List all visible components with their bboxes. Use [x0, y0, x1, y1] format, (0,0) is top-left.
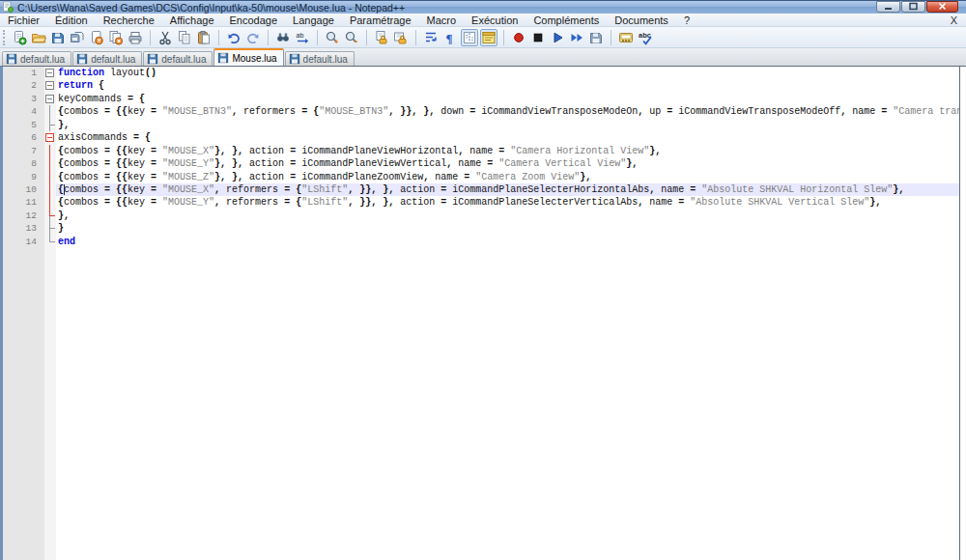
code-text[interactable]: {combos = {{key = "MOUSE_Z"}, }, action …: [56, 171, 959, 183]
code-text[interactable]: keyCommands = {: [56, 93, 959, 105]
copy-icon[interactable]: [176, 29, 193, 46]
zoom-in-icon[interactable]: [324, 29, 341, 46]
tab-default-lua-1[interactable]: default.lua: [72, 51, 142, 66]
user-define-dialog-icon[interactable]: [480, 29, 497, 46]
toolbar-separator: [268, 30, 269, 45]
doc-monitor-icon[interactable]: [617, 29, 635, 46]
menu-close-x[interactable]: X: [942, 14, 966, 26]
zoom-out-icon[interactable]: [343, 29, 360, 46]
code-line-10[interactable]: 10{combos = {{key = "MOUSE_X", reformers…: [3, 183, 959, 196]
code-text[interactable]: {combos = {{key = "MOUSE_Y", reformers =…: [56, 196, 959, 209]
editor-surface[interactable]: 1function layout()2return {3keyCommands …: [0, 66, 966, 560]
minimize-button[interactable]: [876, 1, 900, 13]
maximize-button[interactable]: [901, 1, 925, 13]
code-line-6[interactable]: 6axisCommands = {: [3, 131, 959, 144]
code-text[interactable]: },: [56, 119, 959, 131]
code-text[interactable]: },: [56, 210, 959, 222]
tab-default-lua-0[interactable]: default.lua: [2, 51, 71, 66]
menu-edition[interactable]: Édition: [47, 14, 96, 26]
undo-icon[interactable]: [225, 29, 242, 46]
print-icon[interactable]: [127, 29, 144, 46]
code-line-4[interactable]: 4{combos = {{key = "MOUSE_BTN3", reforme…: [3, 105, 959, 118]
menu-items: FichierÉditionRechercheAffichageEncodage…: [0, 14, 697, 26]
code-line-11[interactable]: 11{combos = {{key = "MOUSE_Y", reformers…: [3, 196, 959, 209]
fold-collapse-marker[interactable]: [44, 67, 56, 79]
line-number: 12: [3, 210, 44, 222]
saved-file-icon: [76, 53, 88, 65]
code-line-5[interactable]: 5},: [3, 119, 959, 131]
menu-bar: FichierÉditionRechercheAffichageEncodage…: [0, 14, 966, 27]
open-file-icon[interactable]: [30, 29, 47, 46]
code-line-9[interactable]: 9{combos = {{key = "MOUSE_Z"}, }, action…: [3, 171, 959, 183]
new-file-icon[interactable]: [11, 29, 28, 46]
code-text[interactable]: end: [56, 236, 959, 248]
code-line-14[interactable]: 14end: [3, 236, 959, 248]
code-text[interactable]: function layout(): [56, 67, 959, 79]
tab-mouse-lua-3[interactable]: Mouse.lua: [213, 48, 283, 66]
code-line-12[interactable]: 12},: [3, 210, 959, 222]
macro-stop-icon[interactable]: [529, 29, 547, 46]
code-text[interactable]: {combos = {{key = "MOUSE_Y"}, }, action …: [56, 157, 959, 170]
close-button[interactable]: [926, 1, 958, 13]
sync-vertical-scroll-icon[interactable]: [373, 29, 390, 46]
macro-save-icon[interactable]: [587, 29, 605, 46]
replace-icon[interactable]: ab: [294, 29, 311, 46]
menu-recherche[interactable]: Recherche: [96, 14, 162, 26]
save-all-icon[interactable]: [69, 29, 86, 46]
code-text[interactable]: {combos = {{key = "MOUSE_X"}, }, action …: [56, 145, 959, 157]
menu-encodage[interactable]: Encodage: [222, 14, 286, 26]
code-text[interactable]: {combos = {{key = "MOUSE_X", reformers =…: [56, 183, 959, 196]
tab-default-lua-4[interactable]: default.lua: [285, 51, 355, 66]
code-line-13[interactable]: 13}: [3, 222, 959, 235]
toolbar-separator: [415, 30, 416, 45]
title-bar: C:\Users\Wana\Saved Games\DCS\Config\Inp…: [0, 0, 966, 14]
saved-file-icon: [289, 53, 300, 65]
code-text[interactable]: {combos = {{key = "MOUSE_BTN3", reformer…: [56, 105, 959, 118]
macro-play-icon[interactable]: [549, 29, 566, 46]
menu-macro[interactable]: Macro: [419, 14, 465, 26]
paste-icon[interactable]: [195, 29, 213, 46]
menu-langage[interactable]: Langage: [285, 14, 342, 26]
menu-complements[interactable]: Compléments: [526, 14, 607, 26]
line-number: 3: [3, 93, 44, 105]
cut-icon[interactable]: [156, 29, 174, 46]
show-all-characters-icon[interactable]: ¶: [441, 29, 459, 46]
indent-guide-icon[interactable]: [461, 29, 478, 46]
menu-help[interactable]: ?: [676, 14, 697, 26]
notepadpp-window: C:\Users\Wana\Saved Games\DCS\Config\Inp…: [0, 0, 966, 560]
code-text[interactable]: return {: [56, 79, 959, 92]
redo-icon[interactable]: [244, 29, 262, 46]
code-line-1[interactable]: 1function layout(): [3, 67, 959, 79]
code-text[interactable]: }: [56, 222, 959, 235]
fold-guide: [44, 105, 56, 118]
line-number: 2: [3, 79, 44, 92]
menu-parametrage[interactable]: Paramétrage: [342, 14, 419, 26]
fold-guide: [44, 157, 56, 170]
menu-documents[interactable]: Documents: [607, 14, 676, 26]
save-icon[interactable]: [49, 29, 67, 46]
word-wrap-icon[interactable]: [422, 29, 440, 46]
tab-label: default.lua: [303, 54, 348, 65]
svg-text:¶: ¶: [446, 30, 453, 44]
editor-right-border: [959, 67, 960, 560]
fold-collapse-marker[interactable]: [44, 79, 56, 92]
macro-run-multiple-icon[interactable]: [568, 29, 585, 46]
code-line-8[interactable]: 8{combos = {{key = "MOUSE_Y"}, }, action…: [3, 157, 959, 170]
menu-affichage[interactable]: Affichage: [162, 14, 222, 26]
menu-fichier[interactable]: Fichier: [0, 14, 47, 26]
close-icon[interactable]: [88, 29, 105, 46]
close-all-icon[interactable]: [107, 29, 125, 46]
menu-execution[interactable]: Exécution: [464, 14, 526, 26]
code-line-3[interactable]: 3keyCommands = {: [3, 93, 959, 105]
code-line-7[interactable]: 7{combos = {{key = "MOUSE_X"}, }, action…: [3, 145, 959, 157]
find-icon[interactable]: [274, 29, 292, 46]
fold-collapse-marker[interactable]: [44, 131, 56, 144]
macro-record-icon[interactable]: [510, 29, 527, 46]
fold-collapse-marker[interactable]: [44, 93, 56, 105]
code-text[interactable]: axisCommands = {: [56, 131, 959, 144]
code-line-2[interactable]: 2return {: [3, 79, 959, 92]
toolbar-separator: [611, 30, 611, 45]
sync-horizontal-scroll-icon[interactable]: [392, 29, 410, 46]
tab-default-lua-2[interactable]: default.lua: [143, 51, 213, 66]
spell-check-icon[interactable]: abc: [637, 29, 654, 46]
